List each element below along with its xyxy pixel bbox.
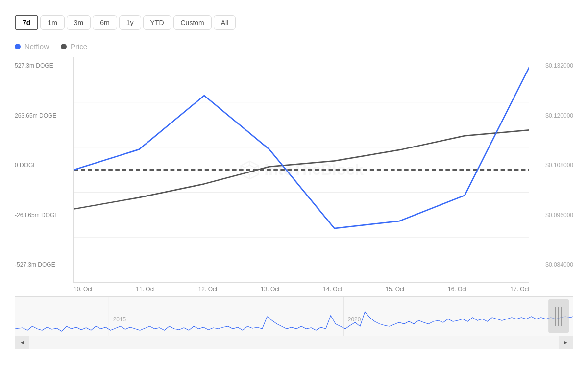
scroll-nav: ◀ ▶ bbox=[15, 336, 573, 349]
y-axis-left: 527.3m DOGE263.65m DOGE0 DOGE-263.65m DO… bbox=[15, 57, 74, 283]
chart-legend: Netflow Price bbox=[0, 35, 588, 57]
y-right-label: $0.096000 bbox=[529, 212, 573, 219]
x-axis-label: 10. Oct bbox=[74, 286, 93, 293]
scroll-right-button[interactable]: ▶ bbox=[559, 336, 573, 349]
x-axis-label: 15. Oct bbox=[386, 286, 405, 293]
mini-chart-svg: 2015 2020 bbox=[15, 297, 573, 336]
main-chart-wrapper: 527.3m DOGE263.65m DOGE0 DOGE-263.65m DO… bbox=[15, 57, 573, 293]
time-btn-6m[interactable]: 6m bbox=[93, 15, 117, 30]
svg-text:2015: 2015 bbox=[113, 316, 126, 323]
x-axis-label: 13. Oct bbox=[261, 286, 280, 293]
scroll-left-button[interactable]: ◀ bbox=[15, 336, 29, 349]
time-btn-all[interactable]: All bbox=[214, 15, 236, 30]
legend-netflow: Netflow bbox=[15, 42, 49, 50]
y-right-label: $0.108000 bbox=[529, 162, 573, 169]
y-left-label: 0 DOGE bbox=[15, 162, 74, 169]
time-btn-7d[interactable]: 7d bbox=[15, 15, 38, 30]
x-axis-label: 12. Oct bbox=[198, 286, 218, 293]
time-btn-1m[interactable]: 1m bbox=[40, 15, 64, 30]
time-btn-ytd[interactable]: YTD bbox=[143, 15, 172, 30]
y-right-label: $0.132000 bbox=[529, 62, 573, 69]
price-dot bbox=[61, 44, 67, 49]
y-left-label: -263.65m DOGE bbox=[15, 212, 74, 219]
y-right-label: $0.084000 bbox=[529, 261, 573, 268]
y-left-label: -527.3m DOGE bbox=[15, 261, 74, 268]
time-range-bar: 7d1m3m6m1yYTDCustomAll bbox=[0, 10, 588, 35]
legend-price: Price bbox=[61, 42, 87, 50]
x-axis-label: 17. Oct bbox=[510, 286, 529, 293]
chart-area: IntoTheBlock bbox=[74, 57, 529, 283]
mini-chart: 2015 2020 bbox=[15, 296, 573, 336]
y-axis-right: $0.132000$0.120000$0.108000$0.096000$0.0… bbox=[529, 57, 573, 283]
netflow-dot bbox=[15, 44, 21, 49]
chart-svg bbox=[74, 57, 529, 282]
x-axis-label: 14. Oct bbox=[323, 286, 342, 293]
x-axis-label: 16. Oct bbox=[448, 286, 467, 293]
y-right-label: $0.120000 bbox=[529, 112, 573, 119]
time-btn-1y[interactable]: 1y bbox=[119, 15, 141, 30]
x-axis: 10. Oct11. Oct12. Oct13. Oct14. Oct15. O… bbox=[74, 283, 529, 293]
svg-rect-13 bbox=[15, 297, 573, 336]
y-left-label: 263.65m DOGE bbox=[15, 112, 74, 119]
scroll-track[interactable] bbox=[29, 336, 559, 349]
main-chart: 527.3m DOGE263.65m DOGE0 DOGE-263.65m DO… bbox=[15, 57, 573, 283]
y-left-label: 527.3m DOGE bbox=[15, 62, 74, 69]
svg-text:2020: 2020 bbox=[348, 316, 361, 323]
x-axis-label: 11. Oct bbox=[136, 286, 155, 293]
chart-container: 7d1m3m6m1yYTDCustomAll Netflow Price 527… bbox=[0, 0, 588, 392]
time-btn-3m[interactable]: 3m bbox=[67, 15, 91, 30]
price-label: Price bbox=[71, 42, 87, 50]
time-btn-custom[interactable]: Custom bbox=[173, 15, 212, 30]
netflow-label: Netflow bbox=[24, 42, 49, 50]
svg-rect-18 bbox=[548, 299, 569, 333]
